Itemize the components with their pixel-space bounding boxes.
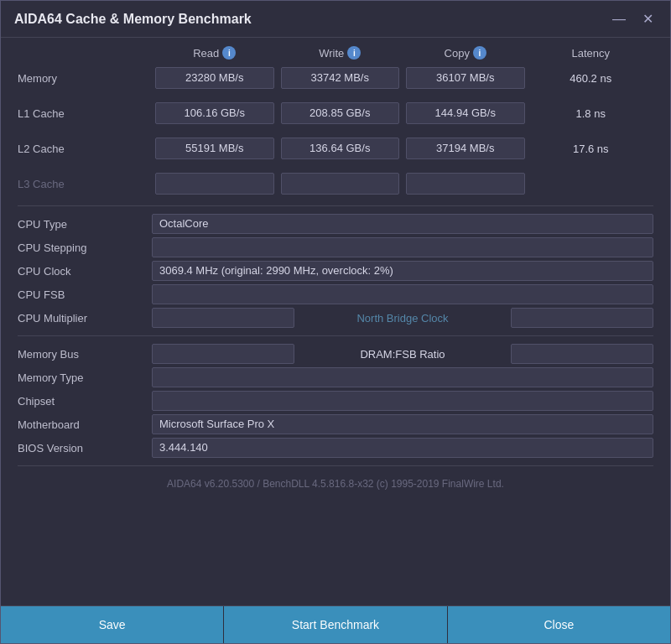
cpu-type-value: OctalCore [152, 214, 653, 234]
cpu-fsb-row: CPU FSB [18, 283, 653, 305]
main-window: AIDA64 Cache & Memory Benchmark — ✕ Read… [0, 0, 671, 644]
memory-type-label: Memory Type [18, 371, 152, 384]
save-button[interactable]: Save [1, 606, 224, 643]
memory-latency-value: 460.2 ns [532, 72, 651, 85]
l3-write-value [281, 173, 400, 195]
memory-read-value: 23280 MB/s [155, 67, 274, 89]
copy-col-header: Copy i [403, 46, 528, 60]
l2-read-value: 55191 MB/s [155, 138, 274, 159]
l1-copy-value: 144.94 GB/s [406, 102, 525, 124]
cpu-clock-label: CPU Clock [18, 265, 152, 278]
l1-write-value: 208.85 GB/s [281, 102, 400, 124]
motherboard-value: Microsoft Surface Pro X [152, 414, 653, 434]
l2-cache-label: L2 Cache [18, 143, 152, 155]
cpu-fsb-label: CPU FSB [18, 288, 152, 301]
l3-read-value [155, 173, 274, 195]
cpu-multiplier-label: CPU Multiplier [18, 312, 152, 325]
close-button[interactable]: ✕ [639, 9, 657, 29]
cpu-multiplier-row: CPU Multiplier North Bridge Clock [18, 307, 653, 329]
dram-fsb-ratio-label: DRAM:FSB Ratio [294, 348, 511, 361]
motherboard-row: Motherboard Microsoft Surface Pro X [18, 413, 653, 435]
l3-copy-value [406, 173, 525, 195]
l1-cache-label: L1 Cache [18, 107, 152, 120]
memory-bus-label: Memory Bus [18, 348, 152, 361]
window-title: AIDA64 Cache & Memory Benchmark [14, 12, 252, 27]
bios-version-label: BIOS Version [18, 442, 152, 454]
divider-1 [18, 205, 653, 206]
memory-type-row: Memory Type [18, 366, 653, 388]
minimize-button[interactable]: — [609, 10, 629, 29]
chipset-row: Chipset [18, 390, 653, 412]
l3-cache-label: L3 Cache [18, 178, 152, 190]
chipset-label: Chipset [18, 395, 152, 408]
footer-text: AIDA64 v6.20.5300 / BenchDLL 4.5.816.8-x… [18, 473, 653, 493]
memory-label: Memory [18, 72, 152, 85]
l3-cache-row: L3 Cache [18, 170, 653, 197]
l1-latency-value: 1.8 ns [532, 107, 651, 120]
motherboard-label: Motherboard [18, 418, 152, 431]
title-bar: AIDA64 Cache & Memory Benchmark — ✕ [1, 1, 670, 38]
cpu-clock-value: 3069.4 MHz (original: 2990 MHz, overcloc… [152, 261, 653, 281]
cpu-multiplier-value [152, 308, 294, 328]
bios-version-value: 3.444.140 [152, 438, 653, 458]
l2-write-value: 136.64 GB/s [281, 138, 400, 159]
cpu-stepping-label: CPU Stepping [18, 242, 152, 254]
cpu-type-row: CPU Type OctalCore [18, 213, 653, 235]
divider-3 [18, 465, 653, 466]
cpu-stepping-value [152, 237, 653, 257]
latency-col-header: Latency [528, 47, 654, 60]
column-headers: Read i Write i Copy i Latency [18, 46, 653, 60]
cpu-fsb-value [152, 284, 653, 304]
read-info-icon[interactable]: i [222, 46, 236, 60]
content-area: Read i Write i Copy i Latency Memory 232… [1, 38, 670, 605]
divider-2 [18, 335, 653, 336]
write-info-icon[interactable]: i [347, 46, 361, 60]
north-bridge-clock-value [511, 308, 653, 328]
north-bridge-clock-label: North Bridge Clock [294, 312, 511, 325]
l2-cache-row: L2 Cache 55191 MB/s 136.64 GB/s 37194 MB… [18, 135, 653, 162]
l2-copy-value: 37194 MB/s [406, 138, 525, 159]
cpu-info-section: CPU Type OctalCore CPU Stepping CPU Cloc… [18, 213, 653, 329]
cpu-clock-row: CPU Clock 3069.4 MHz (original: 2990 MHz… [18, 260, 653, 282]
l2-latency-value: 17.6 ns [532, 143, 651, 155]
button-bar: Save Start Benchmark Close [1, 605, 670, 643]
l1-read-value: 106.16 GB/s [155, 102, 274, 124]
copy-info-icon[interactable]: i [473, 46, 486, 60]
cpu-type-label: CPU Type [18, 218, 152, 231]
memory-row: Memory 23280 MB/s 33742 MB/s 36107 MB/s … [18, 65, 653, 91]
write-col-header: Write i [278, 46, 403, 60]
memory-info-section: Memory Bus DRAM:FSB Ratio Memory Type Ch… [18, 343, 653, 459]
memory-bus-value [152, 344, 294, 364]
bios-version-row: BIOS Version 3.444.140 [18, 437, 653, 459]
l1-cache-row: L1 Cache 106.16 GB/s 208.85 GB/s 144.94 … [18, 100, 653, 127]
memory-write-value: 33742 MB/s [281, 67, 400, 89]
window-controls: — ✕ [609, 9, 657, 29]
memory-bus-row: Memory Bus DRAM:FSB Ratio [18, 343, 653, 365]
start-benchmark-button[interactable]: Start Benchmark [224, 606, 447, 643]
chipset-value [152, 391, 653, 411]
memory-type-value [152, 367, 653, 387]
cpu-stepping-row: CPU Stepping [18, 236, 653, 258]
memory-copy-value: 36107 MB/s [406, 67, 525, 89]
close-button-bottom[interactable]: Close [448, 606, 670, 643]
read-col-header: Read i [152, 46, 278, 60]
dram-fsb-ratio-value [511, 344, 653, 364]
